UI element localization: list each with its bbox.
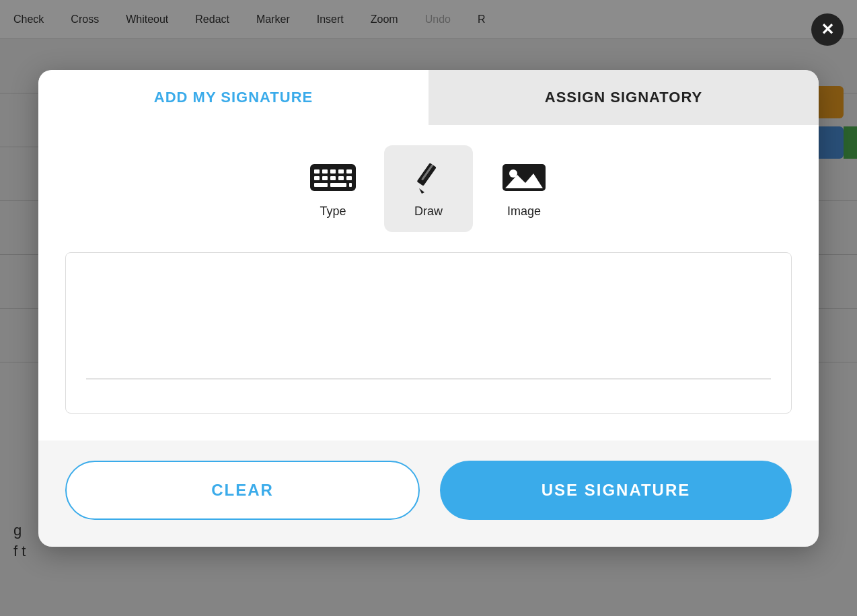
close-button[interactable]: ✕: [811, 13, 844, 46]
tab-add-my-signature[interactable]: ADD MY SIGNATURE: [38, 70, 428, 125]
signature-type-selector: Type Draw: [65, 145, 792, 232]
svg-rect-2: [322, 169, 328, 174]
svg-rect-10: [346, 176, 352, 180]
svg-point-19: [509, 169, 517, 178]
svg-rect-13: [349, 183, 352, 187]
draw-icon: [404, 159, 453, 196]
svg-rect-4: [338, 169, 344, 174]
svg-rect-12: [330, 183, 346, 187]
svg-rect-9: [338, 176, 344, 180]
tab-assign-signatory[interactable]: ASSIGN SIGNATORY: [428, 70, 819, 125]
sig-type-image-button[interactable]: Image: [480, 145, 568, 232]
draw-canvas[interactable]: [65, 252, 792, 414]
modal-overlay: ✕ ADD MY SIGNATURE ASSIGN SIGNATORY: [0, 0, 857, 616]
sig-type-type-button[interactable]: Type: [289, 145, 377, 232]
close-icon: ✕: [821, 20, 834, 39]
use-signature-button[interactable]: USE SIGNATURE: [440, 461, 792, 520]
svg-rect-6: [314, 176, 320, 180]
modal-footer: CLEAR USE SIGNATURE: [38, 461, 819, 520]
signature-modal: ADD MY SIGNATURE ASSIGN SIGNATORY: [38, 70, 819, 547]
signature-baseline: [86, 379, 771, 379]
modal-tabs: ADD MY SIGNATURE ASSIGN SIGNATORY: [38, 70, 819, 125]
keyboard-icon: [309, 159, 357, 196]
svg-marker-15: [419, 188, 424, 194]
svg-rect-5: [346, 169, 352, 174]
svg-rect-11: [314, 183, 328, 187]
svg-rect-1: [314, 169, 320, 174]
image-icon: [500, 159, 548, 196]
clear-button[interactable]: CLEAR: [65, 461, 420, 520]
svg-rect-7: [322, 176, 328, 180]
svg-rect-3: [330, 169, 336, 174]
svg-rect-8: [330, 176, 336, 180]
modal-body: Type Draw: [38, 125, 819, 440]
sig-type-draw-button[interactable]: Draw: [384, 145, 473, 232]
